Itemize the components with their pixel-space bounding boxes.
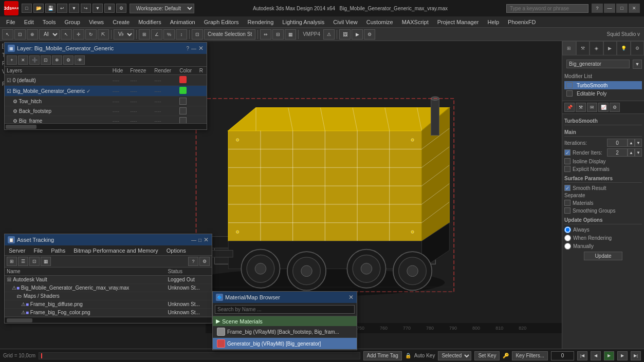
menu-modifiers[interactable]: Modifiers [134,18,165,26]
modifier-settings-button[interactable]: ⚙ [610,103,620,112]
when-rendering-radio[interactable] [564,235,571,241]
table-row[interactable]: ⚠■ Frame_big_Fog_color.png Unknown St... [5,309,212,317]
undo-button[interactable]: ↩ [57,4,67,13]
spinner-snap-button[interactable]: ↕ [176,29,187,40]
layer-new-button[interactable]: + [7,55,17,65]
minimize-button[interactable]: — [604,4,615,13]
menu-file[interactable]: File [2,18,20,26]
modifier-hammer-button[interactable]: ⚒ [576,103,586,112]
scale-button[interactable]: ⇱ [98,29,109,40]
layer-scrollbar[interactable]: Layers Hide Freeze Render Color R ☑ 0 (d… [5,67,207,123]
menu-rendering[interactable]: Rendering [244,18,278,26]
render-settings-button[interactable]: ⚙ [116,4,126,13]
menu-group[interactable]: Group [60,18,84,26]
open-button[interactable]: 📂 [33,4,44,13]
panel-tab-lights[interactable]: 💡 [617,41,631,55]
layer-window-minimize[interactable]: — [191,46,196,51]
asset-menu-bitmap[interactable]: Bitmap Performance and Memory [69,246,162,255]
select-button[interactable]: ↖ [61,29,72,40]
table-row[interactable]: ⚙ Big_frame ---- ---- ---- [5,116,207,124]
asset-window-maximize[interactable]: □ [198,237,201,243]
align-button[interactable]: ⊟ [272,29,284,40]
rotate-button[interactable]: ↻ [85,29,97,40]
menu-edit[interactable]: Edit [20,18,38,26]
menu-animation[interactable]: Animation [166,18,199,26]
render-iters-down[interactable]: ▼ [635,148,642,157]
select-mode-button[interactable]: ↖ [2,29,13,40]
named-sel-button[interactable]: ⊡ [192,29,203,40]
render-prod-button[interactable]: ▶ [352,29,363,40]
menu-help[interactable]: Help [483,18,503,26]
menu-graph-editors[interactable]: Graph Editors [200,18,243,26]
always-radio[interactable] [564,226,571,233]
isoline-checkbox[interactable] [564,158,571,164]
table-row[interactable]: ☑ Big_Mobile_Generator_Generic ✓ ---- --… [5,86,207,97]
smoothing-groups-checkbox[interactable] [564,207,571,214]
iterations-value[interactable]: 0 [607,139,628,147]
asset-btn-3[interactable]: ⊡ [29,257,40,266]
render-settings2-button[interactable]: ⚙ [364,29,375,40]
save-button[interactable]: 💾 [45,4,56,13]
set-key-button[interactable]: Set Key [474,351,500,360]
render-frame-button[interactable]: 🖼 [339,29,351,40]
asset-hscrollbar[interactable] [5,317,212,323]
material-search-input[interactable] [215,305,355,314]
material-window-close[interactable]: ✕ [348,294,354,301]
menu-maxscript[interactable]: MAXScript [398,18,433,26]
render-iters-up[interactable]: ▲ [628,148,635,157]
frame-input[interactable] [551,351,574,360]
layer-select-button[interactable]: ⊡ [41,55,51,65]
table-row[interactable]: ⚠■ Frame_big_diffuse.png Unknown St... [5,300,212,309]
redo-steps-button[interactable]: ▼ [93,4,103,13]
layer-window-help[interactable]: ? [186,46,189,51]
panel-tab-display[interactable]: ⊞ [562,41,576,55]
modifier-turbosmooth[interactable]: TurboSmooth [564,81,642,89]
workspace-selector[interactable]: Workspace: Default [130,4,194,13]
filter-selector[interactable]: All [39,29,60,40]
modifier-editable-poly[interactable]: Editable Poly [564,89,642,98]
asset-menu-options[interactable]: Options [162,246,190,255]
layer-delete-button[interactable]: ✕ [18,55,28,65]
asset-help-button[interactable]: ? [188,257,198,266]
layer-manager-button[interactable]: ▦ [285,29,296,40]
render-iters-value[interactable]: 2 [607,148,628,157]
asset-window-close[interactable]: ✕ [204,236,209,243]
help-button[interactable]: ? [592,4,603,13]
first-frame-button[interactable]: |◀ [577,351,587,360]
move-button[interactable]: ✛ [73,29,84,40]
layer-freeze-button[interactable]: ❄ [52,55,62,65]
iterations-down[interactable]: ▼ [635,139,642,147]
close-button[interactable]: ✕ [629,4,640,13]
layer-add-button[interactable]: ➕ [29,55,40,65]
explicit-normals-checkbox[interactable] [564,166,571,172]
asset-menu-file[interactable]: File [29,246,47,255]
asset-menu-paths[interactable]: Paths [47,246,69,255]
vmpp-button[interactable]: ⚠ [323,29,335,40]
redo-button[interactable]: ↪ [81,4,91,13]
render-button[interactable]: 🖥 [104,4,115,13]
last-frame-button[interactable]: ▶| [631,351,641,360]
menu-views[interactable]: Views [85,18,108,26]
auto-key-selector[interactable]: Selected [438,351,471,360]
maximize-button[interactable]: □ [616,4,628,13]
modifier-checkbox-1[interactable] [566,82,573,88]
play-button[interactable]: ▶ [604,351,614,360]
smooth-result-checkbox[interactable]: ✓ [564,185,571,191]
modifier-name-dropdown[interactable]: ▼ [633,60,642,69]
snap-toggle[interactable]: ⊕ [27,29,38,40]
layer-hide-button[interactable]: 👁 [75,55,85,65]
asset-btn-1[interactable]: ⊞ [7,257,17,266]
asset-window-titlebar[interactable]: 📋 Asset Tracking — □ ✕ [5,234,212,245]
iterations-up[interactable]: ▲ [628,139,635,147]
table-row[interactable]: 🏛 Autodesk Vault Logged Out [5,276,212,284]
modifier-graph-button[interactable]: 📈 [598,103,609,112]
table-row[interactable]: 🗁 Maps / Shaders [5,292,212,300]
asset-scroll[interactable]: Name Status 🏛 Autodesk Vault Logged Out … [5,268,212,317]
modifier-pin-button[interactable]: 📌 [564,103,575,112]
layer-window-close[interactable]: ✕ [198,45,204,52]
table-row[interactable]: ⚙ Tow_hitch ---- ---- ---- [5,97,207,106]
panel-tab-utilities[interactable]: ⚙ [631,41,645,55]
layer-render-button[interactable]: ⚙ [63,55,73,65]
key-filters-button[interactable]: Key Filters... [512,351,548,360]
menu-phoenixfd[interactable]: PhoenixFD [504,18,540,26]
